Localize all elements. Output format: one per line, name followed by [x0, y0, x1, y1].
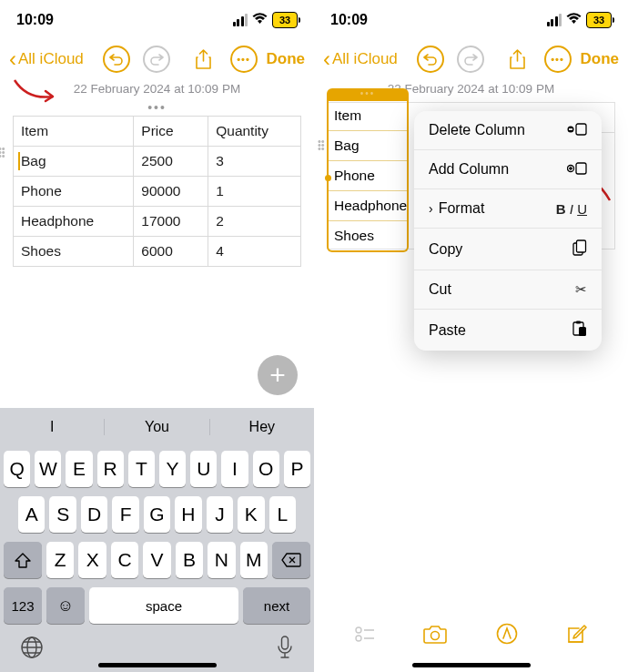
mic-icon[interactable] — [276, 636, 294, 665]
key-k[interactable]: K — [238, 496, 264, 533]
menu-delete-column[interactable]: Delete Column — [414, 111, 602, 150]
svg-rect-12 — [579, 327, 586, 336]
status-icons: 33 — [547, 12, 613, 28]
key-c[interactable]: C — [111, 542, 138, 578]
more-button[interactable]: ••• — [544, 46, 572, 73]
key-f[interactable]: F — [112, 496, 138, 533]
back-button[interactable]: ‹ All iCloud — [9, 46, 84, 72]
undo-button[interactable] — [417, 46, 444, 73]
key-o[interactable]: O — [253, 451, 279, 487]
done-button[interactable]: Done — [581, 50, 620, 68]
phone-left: 10:09 33 ‹ All iCloud ••• Done 22 F — [0, 0, 314, 672]
key-h[interactable]: H — [175, 496, 201, 533]
row-handle-icon[interactable]: •••••• — [0, 147, 5, 158]
menu-copy[interactable]: Copy — [414, 229, 602, 270]
redo-button[interactable] — [457, 46, 484, 73]
key-x[interactable]: X — [78, 542, 106, 578]
table-row: Shoes 6000 4 — [14, 237, 301, 267]
key-u[interactable]: U — [190, 451, 217, 487]
key-z[interactable]: Z — [46, 542, 74, 578]
keyboard-bottom — [0, 628, 314, 665]
column-handle-icon[interactable]: ••• — [13, 103, 301, 114]
phone-right: 10:09 33 ‹ All iCloud ••• Done 22 F — [314, 0, 628, 672]
svg-rect-11 — [576, 321, 581, 324]
menu-paste[interactable]: Paste — [414, 310, 602, 351]
copy-icon — [572, 239, 587, 259]
status-bar: 10:09 33 — [314, 0, 628, 40]
key-a[interactable]: A — [18, 496, 45, 533]
note-table[interactable]: Item Price Quantity Bag 2500 3 Phone 900… — [13, 116, 301, 267]
keyboard[interactable]: I You Hey QWERTYUIOP ASDFGHJKL ZXCVBNM 1… — [0, 408, 314, 672]
svg-rect-3 — [576, 124, 586, 135]
markup-icon[interactable] — [496, 623, 518, 650]
numbers-key[interactable]: 123 — [4, 587, 42, 624]
menu-format[interactable]: › Format B I U — [414, 189, 602, 229]
key-s[interactable]: S — [49, 496, 76, 533]
key-t[interactable]: T — [128, 451, 155, 487]
key-n[interactable]: N — [208, 542, 235, 578]
key-r[interactable]: R — [97, 451, 124, 487]
emoji-key[interactable]: ☺ — [46, 587, 85, 624]
key-p[interactable]: P — [284, 451, 310, 487]
svg-rect-9 — [577, 240, 586, 252]
status-time: 10:09 — [16, 12, 54, 28]
globe-icon[interactable] — [20, 636, 44, 665]
row-handle-icon[interactable]: •••••• — [318, 139, 325, 150]
table-row: Phone 90000 1 — [14, 177, 301, 207]
compose-icon[interactable] — [566, 624, 587, 650]
key-y[interactable]: Y — [159, 451, 186, 487]
space-key[interactable]: space — [89, 587, 238, 624]
table-cell[interactable]: Item — [329, 101, 407, 131]
key-i[interactable]: I — [221, 451, 248, 487]
key-d[interactable]: D — [81, 496, 107, 533]
more-button[interactable]: ••• — [230, 46, 258, 73]
format-icon: B I U — [556, 201, 587, 217]
svg-point-17 — [431, 631, 440, 639]
share-button[interactable] — [190, 49, 218, 69]
home-indicator[interactable] — [412, 663, 531, 667]
back-button[interactable]: ‹ All iCloud — [323, 46, 398, 72]
chevron-left-icon: ‹ — [9, 46, 16, 72]
table-cell[interactable]: Headphone — [329, 191, 407, 221]
checklist-icon[interactable] — [355, 626, 375, 647]
svg-point-14 — [356, 636, 361, 641]
key-l[interactable]: L — [269, 496, 296, 533]
key-v[interactable]: V — [143, 542, 170, 578]
column-handle-icon[interactable]: ••• — [327, 88, 409, 101]
key-m[interactable]: M — [240, 542, 268, 578]
key-g[interactable]: G — [144, 496, 170, 533]
redo-button[interactable] — [143, 46, 170, 73]
suggestion[interactable]: You — [105, 419, 209, 435]
suggestion[interactable]: Hey — [210, 419, 314, 435]
cellular-icon — [233, 14, 248, 26]
done-button[interactable]: Done — [267, 50, 306, 68]
suggestion[interactable]: I — [0, 419, 105, 435]
menu-add-column[interactable]: Add Column — [414, 150, 602, 189]
undo-button[interactable] — [103, 46, 130, 73]
camera-icon[interactable] — [423, 625, 447, 649]
table-cell[interactable]: Phone — [329, 161, 407, 191]
table-cell[interactable]: Shoes — [329, 221, 407, 250]
add-button[interactable]: + — [258, 355, 298, 395]
shift-key[interactable] — [4, 542, 42, 578]
svg-rect-6 — [576, 163, 586, 174]
key-j[interactable]: J — [207, 496, 233, 533]
share-button[interactable] — [504, 49, 532, 69]
status-icons: 33 — [233, 12, 299, 28]
table-cell[interactable]: Bag — [329, 131, 407, 161]
key-row: ASDFGHJKL — [0, 492, 314, 537]
next-key[interactable]: next — [243, 587, 310, 624]
menu-cut[interactable]: Cut ✂ — [414, 270, 602, 310]
key-b[interactable]: B — [176, 542, 203, 578]
key-e[interactable]: E — [66, 451, 92, 487]
selected-column[interactable]: ••• Item Bag Phone Headphone Shoes — [327, 88, 409, 252]
key-w[interactable]: W — [35, 451, 61, 487]
backspace-key[interactable] — [272, 542, 310, 578]
note-content[interactable]: ••• •••••• Item Price Quantity Bag 2500 … — [0, 103, 314, 267]
cellular-icon — [547, 14, 562, 26]
context-menu: Delete Column Add Column › Format B I U … — [414, 111, 602, 351]
status-bar: 10:09 33 — [0, 0, 314, 40]
key-q[interactable]: Q — [4, 451, 30, 487]
home-indicator[interactable] — [98, 663, 217, 667]
suggestion-bar: I You Hey — [0, 408, 314, 446]
